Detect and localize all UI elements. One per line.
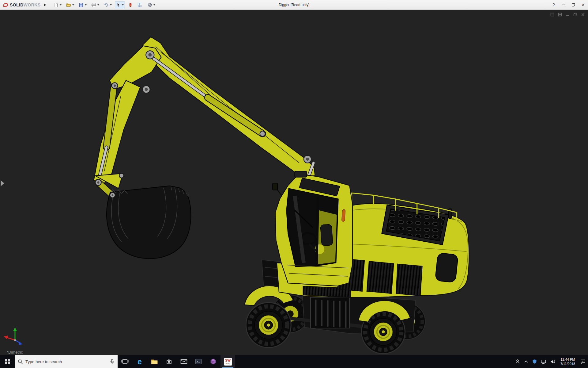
gear-icon <box>147 2 153 7</box>
b-pillar <box>316 197 318 265</box>
close-document-icon[interactable] <box>581 12 585 17</box>
system-tray: 12:44 PM 7/11/2018 <box>515 355 588 368</box>
file-explorer-button[interactable] <box>147 355 162 368</box>
print-icon <box>91 2 96 7</box>
dropdown-caret-icon[interactable] <box>122 4 124 6</box>
chevron-up-icon[interactable] <box>524 360 528 363</box>
restore-document-icon[interactable] <box>573 12 577 17</box>
undo-button[interactable] <box>102 2 113 8</box>
mirror <box>273 183 277 190</box>
store-icon <box>166 358 172 365</box>
side-vent-2 <box>367 261 394 293</box>
network-icon[interactable] <box>541 359 546 364</box>
task-view-button[interactable] <box>118 355 132 368</box>
brand-text: SOLIDWORKS <box>10 2 40 7</box>
start-button[interactable] <box>0 355 15 368</box>
mail-icon <box>180 359 187 364</box>
close-button[interactable]: × <box>578 0 588 10</box>
minimize-icon <box>562 5 565 5</box>
dropdown-caret-icon[interactable] <box>72 4 74 6</box>
quick-access-toolbar <box>52 1 156 8</box>
solidworks-logo: SOLIDWORKS <box>0 2 42 8</box>
clock-date: 7/11/2018 <box>560 362 575 366</box>
help-button[interactable]: ? <box>549 0 559 10</box>
window-controls: ? × <box>549 0 588 10</box>
people-icon[interactable] <box>515 359 520 364</box>
right-triangle-icon <box>43 3 47 7</box>
store-button[interactable] <box>162 355 176 368</box>
windows-logo-icon <box>5 359 10 364</box>
save-button[interactable] <box>77 2 88 8</box>
cube-app-button[interactable] <box>206 355 221 368</box>
side-vent-3 <box>396 264 422 296</box>
boom-assembly[interactable] <box>94 37 315 190</box>
minimize-document-icon[interactable] <box>565 12 570 17</box>
wheel-front-near[interactable] <box>246 303 291 348</box>
minimize-button[interactable] <box>559 0 568 10</box>
new-document-icon <box>53 2 59 7</box>
taskbar-clock[interactable]: 12:44 PM 7/11/2018 <box>559 357 576 366</box>
mail-button[interactable] <box>176 355 191 368</box>
dropdown-caret-icon[interactable] <box>153 4 155 6</box>
edge-button[interactable]: e <box>132 355 147 368</box>
new-document-button[interactable] <box>52 2 63 8</box>
excavator-model[interactable] <box>0 10 588 355</box>
dropdown-caret-icon[interactable] <box>110 4 112 6</box>
orange-handle <box>341 209 345 222</box>
x-axis-arrow <box>4 335 8 339</box>
view-orientation-label: *Dimetric <box>7 350 23 355</box>
menu-expand-arrow[interactable] <box>42 2 48 8</box>
rebuild-stoplight-icon <box>128 2 133 7</box>
restore-icon <box>571 3 575 7</box>
shield-icon[interactable] <box>532 359 537 364</box>
file-properties-icon <box>137 2 143 7</box>
taskbar: e <box>0 355 588 368</box>
cab[interactable] <box>273 171 352 286</box>
console-app-icon <box>195 358 202 365</box>
title-bar: SOLIDWORKS <box>0 0 588 10</box>
task-view-icon <box>121 358 129 365</box>
rear-quarter-window <box>435 253 458 282</box>
stick-cylinder-rod[interactable] <box>154 59 209 98</box>
edge-icon: e <box>138 358 142 366</box>
options-button[interactable] <box>146 1 156 8</box>
seat <box>320 224 333 246</box>
dropdown-caret-icon[interactable] <box>85 4 87 6</box>
volume-icon[interactable] <box>550 359 555 364</box>
bucket-assembly[interactable] <box>95 174 191 259</box>
open-button[interactable] <box>65 2 75 8</box>
taskbar-search[interactable] <box>15 355 118 368</box>
search-icon <box>18 359 23 364</box>
cursor-select-icon <box>116 2 121 7</box>
restore-button[interactable] <box>568 0 578 10</box>
orientation-triad <box>4 327 22 345</box>
microphone-icon[interactable] <box>110 359 115 364</box>
tile-windows-icon[interactable] <box>558 12 562 17</box>
save-floppy-icon <box>78 2 84 7</box>
roof-box <box>295 171 307 177</box>
action-center-icon[interactable] <box>580 359 586 364</box>
new-window-icon[interactable] <box>550 12 554 17</box>
panel-flyout-arrow[interactable] <box>1 180 4 186</box>
ds-logo-icon <box>2 2 9 8</box>
search-input[interactable] <box>25 359 107 364</box>
graphics-area[interactable]: *Dimetric <box>0 10 588 355</box>
z-axis-arrow <box>19 342 22 345</box>
document-window-controls <box>550 12 585 17</box>
cube-app-icon <box>210 358 217 365</box>
dropdown-caret-icon[interactable] <box>97 4 99 6</box>
file-explorer-icon <box>151 358 158 365</box>
dropdown-caret-icon[interactable] <box>60 4 62 6</box>
clock-time: 12:44 PM <box>560 357 575 362</box>
rebuild-button[interactable] <box>127 2 134 8</box>
file-properties-button[interactable] <box>136 2 144 8</box>
solidworks-taskbar-button[interactable]: SW 2017 <box>221 355 235 368</box>
stick-cylinder-barrel[interactable] <box>208 98 262 133</box>
select-tool-button[interactable] <box>115 2 125 8</box>
console-app-button[interactable] <box>191 355 206 368</box>
print-button[interactable] <box>90 2 100 8</box>
document-title: Digger [Read-only] <box>279 3 309 7</box>
open-folder-icon <box>66 2 71 7</box>
solidworks-app-icon: SW 2017 <box>224 358 232 366</box>
y-axis-arrow <box>13 327 17 331</box>
